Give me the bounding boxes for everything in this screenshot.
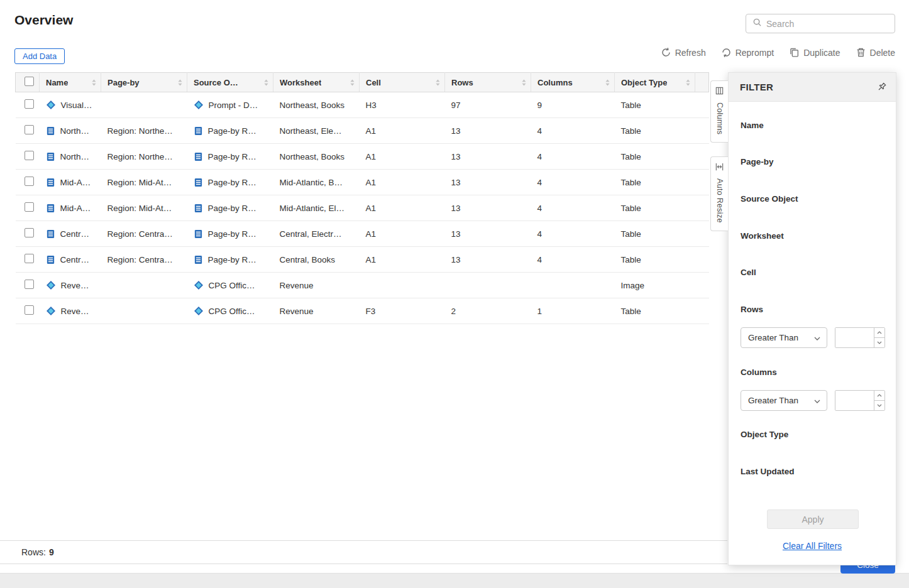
column-header-columns[interactable]: Columns [531, 73, 615, 92]
duplicate-button[interactable]: Duplicate [789, 47, 840, 58]
sort-icon[interactable] [685, 79, 691, 87]
row-select-cell[interactable] [16, 195, 40, 221]
pin-icon[interactable] [876, 82, 887, 92]
clear-all-filters-link[interactable]: Clear All Filters [729, 541, 896, 551]
column-header-cell[interactable]: Cell [360, 73, 445, 92]
column-header-object-type[interactable]: Object Type [615, 73, 695, 92]
select-all-header[interactable] [16, 73, 40, 92]
rows-value-spinner[interactable] [835, 327, 885, 348]
row-checkbox[interactable] [25, 99, 34, 109]
table-row[interactable]: Centr…Region: Centra…Page-by R…Central, … [16, 247, 709, 273]
spin-down-icon[interactable] [874, 338, 884, 347]
cell-name[interactable]: North… [40, 144, 101, 170]
cell-name[interactable]: Reve… [40, 273, 101, 298]
row-select-cell[interactable] [16, 170, 40, 195]
cell-rows: 2 [445, 298, 531, 324]
cell-name[interactable]: Visual… [40, 92, 101, 118]
filter-field-object-type[interactable]: Object Type [741, 430, 788, 439]
table-row[interactable]: Reve…CPG Offic…RevenueImage [16, 273, 709, 298]
delete-button[interactable]: Delete [856, 47, 895, 58]
columns-value-spinner[interactable] [835, 390, 885, 411]
tab-columns[interactable]: Columns [710, 80, 728, 143]
cell-worksheet: Revenue [273, 273, 360, 298]
filter-field-page-by[interactable]: Page-by [741, 157, 774, 166]
row-select-cell[interactable] [16, 92, 40, 118]
sort-icon[interactable] [521, 79, 527, 87]
select-all-checkbox[interactable] [25, 77, 34, 86]
apply-button[interactable]: Apply [767, 509, 859, 529]
column-header-worksheet[interactable]: Worksheet [273, 73, 360, 92]
columns-value-input[interactable] [835, 391, 874, 410]
row-checkbox[interactable] [25, 228, 34, 237]
cell-name[interactable]: Mid-A… [40, 195, 101, 221]
row-checkbox[interactable] [25, 202, 34, 212]
spin-up-icon[interactable] [874, 391, 884, 401]
row-select-cell[interactable] [16, 273, 40, 298]
column-header-name[interactable]: Name [40, 73, 101, 92]
row-checkbox[interactable] [25, 151, 34, 160]
table-row[interactable]: Centr…Region: Centra…Page-by R…Central, … [16, 221, 709, 247]
refresh-button[interactable]: Refresh [661, 47, 706, 58]
table-row[interactable]: North…Region: Northe…Page-by R…Northeast… [16, 144, 709, 170]
row-checkbox[interactable] [25, 125, 34, 134]
search-input[interactable] [766, 19, 888, 29]
filter-field-source-object[interactable]: Source Object [741, 194, 798, 204]
tab-auto-resize[interactable]: Auto Resize [710, 156, 728, 231]
cell-rows: 13 [445, 247, 531, 273]
chevron-down-icon [814, 333, 820, 342]
rows-value-input[interactable] [835, 328, 874, 347]
row-select-cell[interactable] [16, 118, 40, 144]
table-row[interactable]: Mid-A…Region: Mid-At…Page-by R…Mid-Atlan… [16, 195, 709, 221]
cell-columns: 4 [531, 118, 615, 144]
spin-up-icon[interactable] [874, 328, 884, 338]
filter-field-cell[interactable]: Cell [741, 268, 756, 277]
cell-name[interactable]: Centr… [40, 247, 101, 273]
cell-worksheet: Revenue [273, 298, 360, 324]
cell-object-type: Table [615, 170, 695, 195]
sort-icon[interactable] [605, 79, 610, 87]
report-icon [194, 229, 203, 239]
filter-field-last-updated[interactable]: Last Updated [741, 467, 795, 476]
spin-down-icon[interactable] [874, 401, 884, 410]
sort-icon[interactable] [350, 79, 355, 87]
reprompt-button[interactable]: Reprompt [721, 47, 774, 58]
rows-operator-select[interactable]: Greater Than [741, 327, 827, 348]
cell-name[interactable]: Centr… [40, 221, 101, 247]
sort-icon[interactable] [177, 79, 183, 87]
sort-icon[interactable] [435, 79, 441, 87]
row-select-cell[interactable] [16, 247, 40, 273]
sort-icon[interactable] [263, 79, 269, 87]
filter-field-rows[interactable]: Rows [741, 305, 763, 314]
table-row[interactable]: Mid-A…Region: Mid-At…Page-by R…Mid-Atlan… [16, 170, 709, 195]
table-row[interactable]: North…Region: Northe…Page-by R…Northeast… [16, 118, 709, 144]
filter-field-worksheet[interactable]: Worksheet [741, 231, 784, 241]
row-checkbox[interactable] [25, 280, 34, 289]
report-icon [46, 152, 55, 161]
row-checkbox[interactable] [25, 254, 34, 263]
column-header-page-by[interactable]: Page-by [101, 73, 187, 92]
row-checkbox[interactable] [25, 177, 34, 186]
row-checkbox[interactable] [25, 305, 34, 315]
column-header-source-o[interactable]: Source O… [187, 73, 273, 92]
search-box[interactable] [746, 14, 895, 33]
filter-field-name[interactable]: Name [741, 121, 764, 130]
filter-field-columns[interactable]: Columns [741, 368, 777, 377]
cell-name[interactable]: Mid-A… [40, 170, 101, 195]
cell-name[interactable]: North… [40, 118, 101, 144]
table-header-row: NamePage-bySource O…WorksheetCellRowsCol… [16, 73, 709, 92]
column-header-rows[interactable]: Rows [445, 73, 531, 92]
rows-count-value: 9 [49, 547, 54, 557]
cell-object-type: Table [615, 92, 695, 118]
columns-operator-select[interactable]: Greater Than [741, 390, 827, 411]
table-row[interactable]: Reve…CPG Offic…RevenueF321Table [16, 298, 709, 324]
row-select-cell[interactable] [16, 144, 40, 170]
columns-spin-buttons [874, 391, 884, 410]
row-select-cell[interactable] [16, 298, 40, 324]
table-row[interactable]: Visual…Prompt - D…Northeast, BooksH3979T… [16, 92, 709, 118]
cell-name[interactable]: Reve… [40, 298, 101, 324]
row-select-cell[interactable] [16, 221, 40, 247]
rows-count-label: Rows: [21, 547, 46, 557]
cell-columns: 1 [531, 298, 615, 324]
add-data-button[interactable]: Add Data [14, 48, 65, 64]
sort-icon[interactable] [91, 79, 97, 87]
